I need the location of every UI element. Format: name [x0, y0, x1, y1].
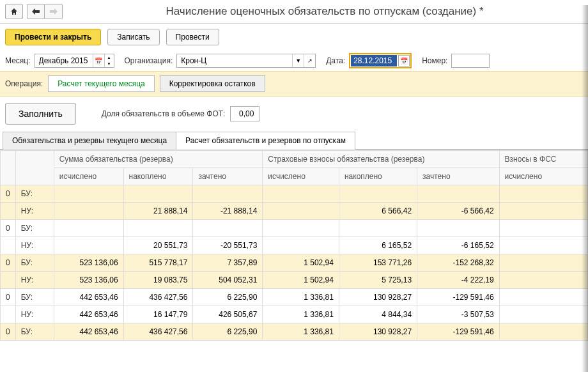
cell-value: [193, 185, 263, 203]
cell-value: 426 505,67: [193, 306, 263, 323]
cell-value: [499, 220, 587, 237]
cell-value: [263, 203, 339, 220]
forward-button[interactable]: [45, 4, 63, 19]
cell-value: [417, 220, 500, 237]
cell-zero: 0: [1, 289, 16, 306]
org-input[interactable]: [177, 54, 292, 67]
cell-value: 21 888,14: [123, 203, 193, 220]
number-input[interactable]: [451, 54, 490, 68]
date-field[interactable]: 📅: [349, 53, 412, 68]
cell-value: 19 083,75: [123, 272, 193, 289]
cell-value: [54, 185, 123, 203]
cell-value: -129 591,46: [417, 323, 500, 341]
fill-button[interactable]: Заполнить: [5, 103, 76, 125]
month-up-icon[interactable]: ▲: [105, 54, 114, 61]
cell-value: [499, 185, 587, 203]
cell-value: 436 427,56: [123, 289, 193, 306]
cell-value: 153 771,26: [339, 254, 417, 272]
table-row[interactable]: 0 БУ: 442 653,46 436 427,56 6 225,90 1 3…: [1, 323, 588, 341]
table-row[interactable]: НУ: 20 551,73 -20 551,73 6 165,52 -6 165…: [1, 237, 588, 254]
op-calc-button[interactable]: Расчет текущего месяца: [48, 75, 154, 92]
cell-label: БУ:: [15, 254, 54, 272]
col-off2: зачтено: [417, 168, 500, 185]
cell-value: 523 136,06: [54, 254, 123, 272]
data-table: Сумма обязательства (резерва) Страховые …: [0, 150, 588, 341]
share-input[interactable]: [230, 106, 259, 121]
op-adjust-button[interactable]: Корректировка остатков: [160, 75, 265, 92]
month-input[interactable]: [35, 54, 93, 67]
cell-value: 1 336,81: [263, 289, 339, 306]
cell-value: 6 225,90: [193, 323, 263, 341]
cell-value: 1 336,81: [263, 323, 339, 341]
cell-label: НУ:: [15, 203, 54, 220]
table-row[interactable]: 0 БУ:: [1, 220, 588, 237]
table-row[interactable]: 0 БУ: 523 136,06 515 778,17 7 357,89 1 5…: [1, 254, 588, 272]
table-row[interactable]: НУ: 523 136,06 19 083,75 504 052,31 1 50…: [1, 272, 588, 289]
cell-value: [193, 220, 263, 237]
back-button[interactable]: [27, 4, 45, 19]
post-and-close-button[interactable]: Провести и закрыть: [5, 29, 101, 45]
cell-value: 130 928,27: [339, 323, 417, 341]
table-row[interactable]: 0 БУ:: [1, 185, 588, 203]
cell-zero: 0: [1, 254, 16, 272]
cell-value: 1 502,94: [263, 272, 339, 289]
cell-zero: 0: [1, 185, 16, 203]
month-field[interactable]: 📅 ▲ ▼: [35, 54, 114, 68]
cell-value: [263, 237, 339, 254]
cell-label: БУ:: [15, 289, 54, 306]
month-down-icon[interactable]: ▼: [105, 61, 114, 67]
tab-calculation[interactable]: Расчет обязательств и резервов по отпуск…: [176, 132, 355, 150]
cell-label: НУ:: [15, 237, 54, 254]
dropdown-icon[interactable]: ▼: [292, 54, 304, 67]
page-title: Начисление оценочных обязательств по отп…: [66, 3, 583, 20]
operation-label: Операция:: [5, 79, 43, 88]
calendar-icon[interactable]: 📅: [93, 54, 104, 67]
share-label: Доля обязательств в объеме ФОТ:: [102, 109, 226, 118]
cell-value: 442 653,46: [54, 323, 123, 341]
open-icon[interactable]: ↗: [304, 54, 315, 67]
table-row[interactable]: НУ: 21 888,14 -21 888,14 6 566,42 -6 566…: [1, 203, 588, 220]
col-acc2: накоплено: [339, 168, 417, 185]
tab-current-month[interactable]: Обязательства и резервы текущего месяца: [3, 132, 176, 150]
cell-value: [499, 289, 587, 306]
cell-zero: [1, 237, 16, 254]
save-button[interactable]: Записать: [107, 29, 159, 45]
calendar-icon[interactable]: 📅: [398, 55, 410, 66]
cell-value: 504 052,31: [193, 272, 263, 289]
cell-value: 436 427,56: [123, 323, 193, 341]
cell-value: -4 222,19: [417, 272, 500, 289]
cell-value: [54, 237, 123, 254]
cell-value: 6 225,90: [193, 289, 263, 306]
cell-value: 16 147,79: [123, 306, 193, 323]
cell-value: -6 566,42: [417, 203, 500, 220]
cell-value: [123, 185, 193, 203]
cell-value: 442 653,46: [54, 306, 123, 323]
cell-value: 515 778,17: [123, 254, 193, 272]
cell-value: [54, 203, 123, 220]
cell-value: 130 928,27: [339, 289, 417, 306]
col-group-insurance: Страховые взносы обязательства (резерва): [263, 151, 499, 168]
cell-zero: 0: [1, 220, 16, 237]
cell-value: [339, 220, 417, 237]
cell-label: БУ:: [15, 323, 54, 341]
date-input[interactable]: [351, 55, 397, 66]
cell-value: 7 357,89: [193, 254, 263, 272]
table-row[interactable]: НУ: 442 653,46 16 147,79 426 505,67 1 33…: [1, 306, 588, 323]
post-button[interactable]: Провести: [166, 29, 219, 45]
cell-value: 442 653,46: [54, 289, 123, 306]
org-field[interactable]: ▼ ↗: [176, 54, 316, 68]
cell-value: -20 551,73: [193, 237, 263, 254]
table-row[interactable]: 0 БУ: 442 653,46 436 427,56 6 225,90 1 3…: [1, 289, 588, 306]
cell-value: [499, 203, 587, 220]
cell-zero: [1, 306, 16, 323]
cell-value: [499, 254, 587, 272]
cell-value: [499, 237, 587, 254]
cell-value: 4 844,34: [339, 306, 417, 323]
cell-label: НУ:: [15, 272, 54, 289]
cell-value: 523 136,06: [54, 272, 123, 289]
home-button[interactable]: [5, 4, 23, 19]
col-group-fss: Взносы в ФСС: [499, 151, 587, 168]
cell-value: [123, 220, 193, 237]
org-label: Организация:: [125, 56, 173, 65]
cell-value: [499, 306, 587, 323]
